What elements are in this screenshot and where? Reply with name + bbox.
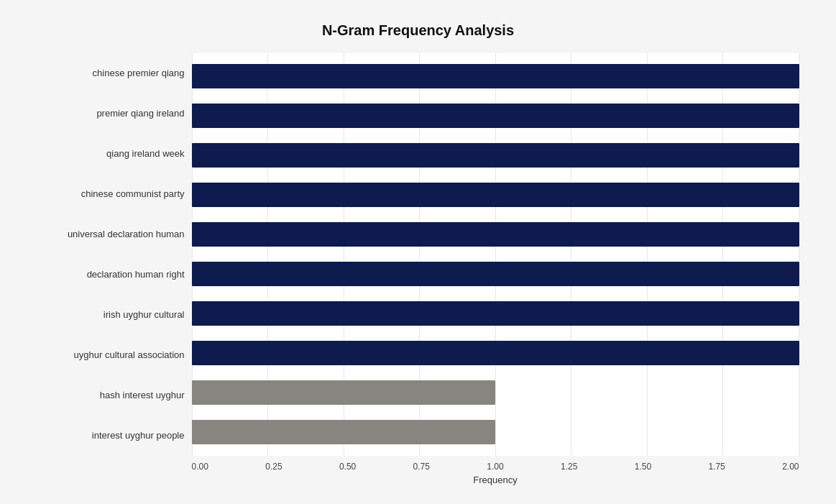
bar	[192, 222, 799, 247]
bar-row	[192, 101, 799, 130]
x-tick: 0.00	[192, 462, 208, 472]
bars-and-grid	[192, 53, 799, 456]
bar-row	[192, 418, 799, 446]
y-label: interest uyghur people	[92, 418, 185, 454]
y-label: premier qiang ireland	[96, 96, 184, 132]
x-axis: 0.000.250.500.751.001.251.501.752.00	[192, 456, 799, 472]
y-label: declaration human right	[87, 257, 185, 293]
x-tick: 2.00	[782, 462, 799, 472]
y-label: chinese communist party	[81, 176, 185, 212]
bar	[192, 301, 799, 326]
bar	[192, 143, 799, 168]
bar	[192, 104, 799, 128]
bar-row	[192, 141, 799, 170]
x-tick: 1.00	[487, 462, 503, 472]
x-tick: 0.25	[265, 462, 282, 472]
y-label: qiang ireland week	[106, 136, 184, 172]
bars-wrapper	[192, 53, 799, 456]
bar-row	[192, 62, 799, 91]
bar	[192, 183, 799, 207]
bar	[192, 64, 799, 88]
bar	[192, 341, 799, 365]
y-label: uyghur cultural association	[74, 337, 185, 373]
y-label: irish uyghur cultural	[104, 297, 185, 333]
x-tick: 0.50	[339, 462, 356, 472]
bar-row	[192, 299, 799, 328]
bar-row	[192, 180, 799, 209]
bar	[192, 420, 496, 444]
chart-container: N-Gram Frequency Analysis chinese premie…	[23, 8, 814, 497]
bar	[192, 380, 496, 405]
chart-title: N-Gram Frequency Analysis	[37, 22, 799, 39]
y-label: universal declaration human	[68, 216, 185, 252]
x-tick: 0.75	[413, 462, 430, 472]
bar	[192, 262, 799, 286]
x-tick: 1.25	[561, 462, 577, 472]
bar-row	[192, 378, 799, 407]
bar-row	[192, 260, 799, 288]
x-tick: 1.50	[635, 462, 651, 472]
x-axis-label: Frequency	[192, 475, 799, 485]
chart-area: chinese premier qiangpremier qiang irela…	[37, 53, 799, 456]
y-label: hash interest uyghur	[100, 377, 185, 413]
bar-row	[192, 339, 799, 367]
x-tick: 1.75	[708, 462, 725, 472]
bar-row	[192, 220, 799, 249]
y-label: chinese premier qiang	[93, 55, 185, 91]
y-axis-labels: chinese premier qiangpremier qiang irela…	[37, 53, 192, 456]
